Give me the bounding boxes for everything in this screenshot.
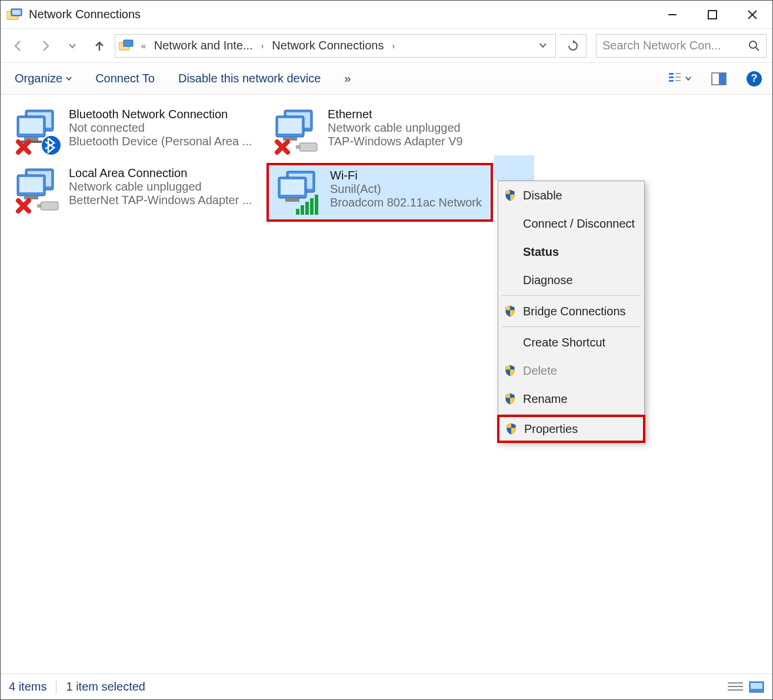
back-button[interactable] [6,34,30,58]
ctx-disable[interactable]: Disable [498,181,644,209]
search-input[interactable]: Search Network Con... [596,34,767,58]
arrow-left-icon [12,39,25,52]
ethernet-adapter-icon [270,106,321,157]
svg-line-10 [756,48,759,51]
svg-rect-32 [296,145,301,149]
selection-count: 1 item selected [66,680,145,694]
svg-point-9 [749,41,757,48]
title-bar: Network Connections [1,1,772,29]
connection-device: Broadcom 802.11ac Network [330,196,482,209]
thumbnails-view-button[interactable] [749,681,764,693]
shield-icon [503,392,517,406]
refresh-icon [567,40,579,52]
shield-icon [503,364,517,378]
organize-label: Organize [15,72,62,85]
ctx-diagnose[interactable]: Diagnose [498,266,644,294]
window-title: Network Connections [29,8,652,21]
bluetooth-adapter-icon [11,106,62,157]
connections-list: Bluetooth Network Connection Not connect… [1,95,772,231]
svg-rect-37 [24,196,38,199]
view-options-icon [669,72,685,86]
svg-rect-47 [305,202,309,215]
svg-rect-2 [12,10,21,15]
shield-icon [503,188,517,202]
ctx-properties-label: Properties [524,422,578,436]
connection-item-wifi[interactable]: Wi-Fi Sunil(Act) Broadcom 802.11ac Netwo… [266,163,493,222]
status-bar: 4 items 1 item selected [1,674,772,699]
view-options-button[interactable] [669,69,691,88]
ctx-properties[interactable]: Properties [497,415,645,443]
shield-icon [504,422,518,436]
context-menu: Disable Connect / Disconnect Status Diag… [498,181,645,442]
menu-separator [502,326,641,327]
forward-button[interactable] [34,34,57,58]
toolbar-overflow-label: » [344,72,351,85]
address-dropdown-button[interactable] [534,39,552,52]
ctx-diagnose-label: Diagnose [523,274,573,287]
connection-item-ethernet[interactable]: Ethernet Network cable unplugged TAP-Win… [266,104,525,163]
item-count: 4 items [9,680,46,694]
status-separator [56,680,56,694]
preview-pane-button[interactable] [708,69,730,88]
navigation-bar: « Network and Inte... › Network Connecti… [1,29,772,63]
caret-down-icon [66,76,72,82]
breadcrumb-seg-2[interactable]: Network Connections [269,39,386,52]
caret-down-icon [685,76,691,82]
connection-status: Network cable unplugged [328,121,463,135]
search-placeholder: Search Network Con... [602,39,744,52]
ctx-connect-disconnect[interactable]: Connect / Disconnect [498,209,644,238]
connection-status: Not connected [69,121,252,135]
menu-separator [502,295,641,296]
svg-rect-18 [719,73,726,85]
svg-rect-13 [669,80,674,82]
refresh-button[interactable] [559,34,587,58]
svg-rect-43 [281,179,304,195]
svg-rect-12 [669,76,674,78]
chevron-down-icon [539,41,547,49]
recent-locations-button[interactable] [61,34,84,58]
svg-rect-49 [315,195,318,215]
connection-device: BetterNet TAP-Windows Adapter ... [69,194,252,207]
command-toolbar: Organize Connect To Disable this network… [1,63,772,95]
svg-rect-36 [19,177,43,192]
connection-item-bluetooth[interactable]: Bluetooth Network Connection Not connect… [8,104,266,163]
close-button[interactable] [732,1,772,28]
svg-rect-4 [708,11,717,19]
breadcrumb-prev-icon[interactable]: « [139,41,148,51]
details-view-button[interactable] [728,681,743,693]
chevron-right-icon[interactable]: › [389,41,397,51]
network-folder-icon [6,8,23,22]
svg-rect-8 [124,40,133,46]
help-icon: ? [751,72,758,85]
disable-device-button[interactable]: Disable this network device [175,69,324,88]
svg-rect-38 [41,202,58,210]
ctx-bridge[interactable]: Bridge Connections [498,297,644,325]
toolbar-overflow-button[interactable]: » [341,69,354,88]
breadcrumb-seg-1[interactable]: Network and Inte... [152,39,255,52]
address-bar[interactable]: « Network and Inte... › Network Connecti… [115,34,556,58]
ctx-shortcut[interactable]: Create Shortcut [498,328,644,356]
minimize-button[interactable] [652,1,692,28]
connect-to-button[interactable]: Connect To [92,69,158,88]
ctx-bridge-label: Bridge Connections [523,305,626,318]
up-button[interactable] [88,34,111,58]
maximize-icon [707,9,718,20]
ctx-rename[interactable]: Rename [498,385,644,413]
svg-rect-46 [301,205,304,215]
connection-item-lan[interactable]: Local Area Connection Network cable unpl… [8,163,266,222]
connection-name: Wi-Fi [330,169,482,182]
thumbnails-view-icon [749,681,764,693]
help-button[interactable]: ? [747,71,762,86]
connection-name: Ethernet [328,108,463,121]
maximize-button[interactable] [692,1,732,28]
svg-rect-11 [669,73,674,75]
chevron-right-icon[interactable]: › [259,41,266,51]
organize-menu[interactable]: Organize [11,69,75,88]
svg-rect-31 [299,143,317,151]
search-icon [748,40,760,52]
svg-rect-39 [37,204,42,208]
ctx-shortcut-label: Create Shortcut [523,336,605,349]
ctx-delete: Delete [498,356,644,385]
ctx-connect-label: Connect / Disconnect [523,217,635,231]
ctx-status[interactable]: Status [498,238,644,266]
